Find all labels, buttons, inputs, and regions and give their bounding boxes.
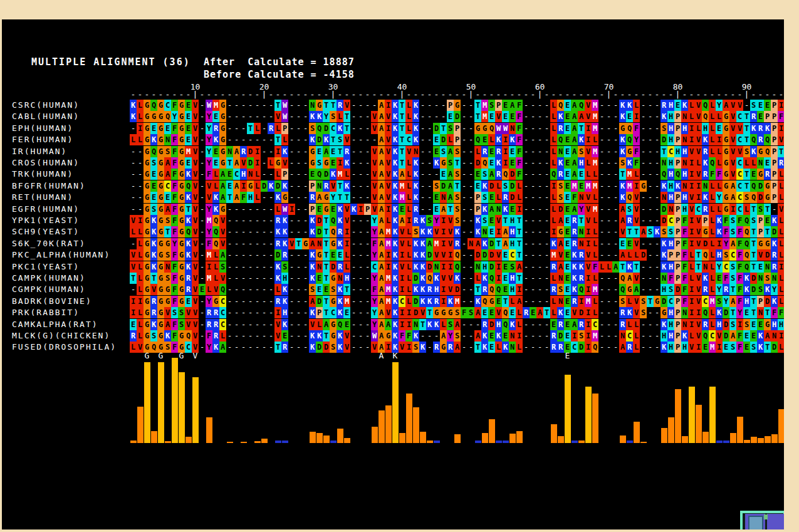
alignment-cell[interactable]: - xyxy=(295,146,302,157)
alignment-cell[interactable]: R xyxy=(702,204,709,215)
alignment-cell[interactable]: - xyxy=(199,157,206,169)
alignment-cell[interactable]: - xyxy=(647,307,654,318)
alignment-cell[interactable]: - xyxy=(605,296,612,307)
alignment-cell[interactable]: - xyxy=(247,111,254,122)
alignment-cell[interactable]: V xyxy=(371,204,378,215)
alignment-cell[interactable]: S xyxy=(729,273,736,284)
alignment-cell[interactable]: - xyxy=(654,273,661,284)
alignment-cell[interactable]: E xyxy=(564,157,571,169)
alignment-cell[interactable]: L xyxy=(274,204,281,215)
alignment-cell[interactable]: - xyxy=(233,284,240,295)
alignment-cell[interactable]: R xyxy=(323,180,330,192)
alignment-cell[interactable]: L xyxy=(274,284,281,295)
alignment-cell[interactable]: T xyxy=(323,307,330,318)
alignment-cell[interactable]: K xyxy=(550,238,557,249)
alignment-cell[interactable]: N xyxy=(433,261,440,273)
alignment-cell[interactable]: T xyxy=(516,273,523,284)
alignment-cell[interactable]: V xyxy=(688,146,695,157)
alignment-cell[interactable]: G xyxy=(157,307,164,318)
alignment-cell[interactable]: L xyxy=(488,134,495,145)
alignment-cell[interactable]: - xyxy=(288,273,295,284)
alignment-cell[interactable]: S xyxy=(447,157,454,169)
alignment-cell[interactable]: E xyxy=(226,169,233,180)
alignment-cell[interactable]: - xyxy=(530,204,536,215)
alignment-cell[interactable]: V xyxy=(385,134,392,145)
alignment-cell[interactable]: - xyxy=(605,204,612,215)
alignment-cell[interactable]: N xyxy=(702,261,709,273)
alignment-cell[interactable]: K xyxy=(281,238,288,249)
alignment-cell[interactable]: - xyxy=(598,204,605,215)
alignment-cell[interactable]: N xyxy=(667,204,674,215)
alignment-cell[interactable]: K xyxy=(419,284,426,295)
alignment-cell[interactable]: S xyxy=(330,284,337,295)
alignment-cell[interactable]: F xyxy=(371,284,378,295)
alignment-cell[interactable]: F xyxy=(516,134,523,145)
alignment-cell[interactable]: I xyxy=(688,296,695,307)
alignment-cell[interactable]: Y xyxy=(723,296,729,307)
alignment-cell[interactable]: - xyxy=(654,157,661,169)
alignment-cell[interactable]: - xyxy=(199,123,206,134)
alignment-cell[interactable]: V xyxy=(695,319,702,330)
alignment-cell[interactable]: A xyxy=(378,215,385,226)
alignment-cell[interactable]: - xyxy=(647,192,654,203)
alignment-cell[interactable]: E xyxy=(757,261,764,273)
alignment-cell[interactable]: A xyxy=(516,261,523,273)
alignment-cell[interactable]: L xyxy=(592,296,598,307)
alignment-cell[interactable]: Q xyxy=(626,192,633,203)
alignment-cell[interactable]: - xyxy=(543,330,550,342)
alignment-cell[interactable]: N xyxy=(681,319,688,330)
alignment-cell[interactable]: S xyxy=(716,296,723,307)
alignment-cell[interactable]: - xyxy=(419,134,426,145)
alignment-cell[interactable]: E xyxy=(502,273,509,284)
alignment-cell[interactable]: - xyxy=(261,261,268,273)
alignment-cell[interactable]: P xyxy=(771,123,778,134)
alignment-cell[interactable]: V xyxy=(288,238,295,249)
alignment-cell[interactable]: I xyxy=(585,134,592,145)
alignment-cell[interactable]: - xyxy=(268,284,274,295)
alignment-cell[interactable]: A xyxy=(219,180,226,192)
alignment-cell[interactable]: F xyxy=(736,226,743,237)
alignment-cell[interactable]: M xyxy=(626,169,633,180)
alignment-cell[interactable]: I xyxy=(274,307,281,318)
alignment-cell[interactable]: R xyxy=(481,146,488,157)
alignment-cell[interactable]: S xyxy=(488,100,495,111)
alignment-cell[interactable]: K xyxy=(309,273,316,284)
alignment-cell[interactable]: - xyxy=(647,134,654,145)
alignment-cell[interactable]: L xyxy=(137,319,144,330)
alignment-cell[interactable]: N xyxy=(771,330,778,342)
alignment-cell[interactable]: G xyxy=(157,111,164,122)
alignment-cell[interactable]: G xyxy=(164,238,171,249)
alignment-cell[interactable]: - xyxy=(364,296,371,307)
alignment-cell[interactable]: - xyxy=(419,330,426,342)
alignment-cell[interactable]: G xyxy=(157,330,164,342)
alignment-cell[interactable]: - xyxy=(268,215,274,226)
alignment-cell[interactable]: I xyxy=(343,226,350,237)
alignment-cell[interactable]: L xyxy=(550,100,557,111)
alignment-cell[interactable]: T xyxy=(474,100,481,111)
alignment-cell[interactable]: I xyxy=(440,238,447,249)
alignment-cell[interactable]: - xyxy=(364,111,371,122)
alignment-cell[interactable]: H xyxy=(778,319,784,330)
alignment-cell[interactable]: V xyxy=(399,238,405,249)
alignment-cell[interactable]: Q xyxy=(502,307,509,318)
alignment-cell[interactable]: A xyxy=(378,204,385,215)
alignment-cell[interactable]: L xyxy=(405,123,412,134)
alignment-cell[interactable]: - xyxy=(612,169,619,180)
alignment-cell[interactable]: - xyxy=(295,204,302,215)
alignment-cell[interactable]: R xyxy=(274,238,281,249)
alignment-cell[interactable]: M xyxy=(481,111,488,122)
alignment-cell[interactable]: E xyxy=(564,192,571,203)
alignment-cell[interactable]: - xyxy=(288,284,295,295)
alignment-cell[interactable]: F xyxy=(171,192,178,203)
alignment-cell[interactable]: Y xyxy=(371,226,378,237)
alignment-cell[interactable]: K xyxy=(412,249,419,261)
alignment-cell[interactable]: - xyxy=(247,319,254,330)
alignment-cell[interactable]: C xyxy=(736,157,743,169)
alignment-cell[interactable]: K xyxy=(433,157,440,169)
alignment-cell[interactable]: F xyxy=(681,284,688,295)
alignment-cell[interactable]: D xyxy=(330,261,337,273)
alignment-cell[interactable]: V xyxy=(695,100,702,111)
alignment-cell[interactable]: - xyxy=(254,319,261,330)
alignment-cell[interactable]: K xyxy=(309,342,316,353)
alignment-cell[interactable]: L xyxy=(709,192,716,203)
